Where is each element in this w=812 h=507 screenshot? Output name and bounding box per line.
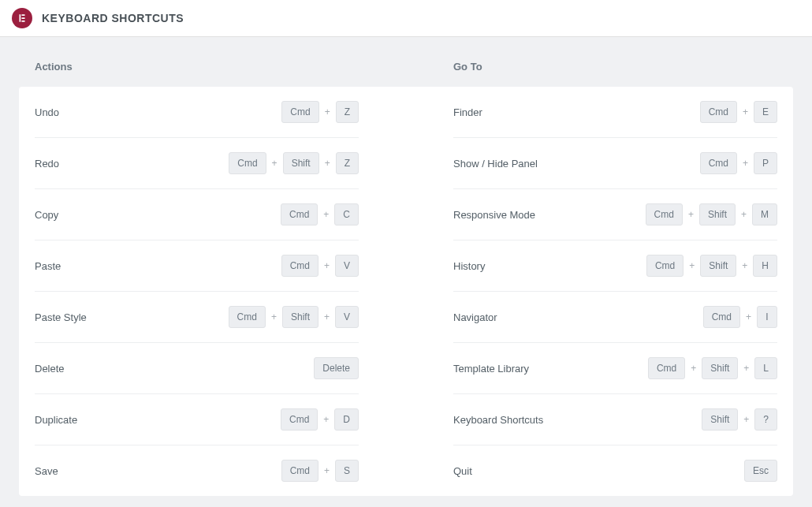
shortcut-row: SaveCmd+S xyxy=(35,445,359,496)
keyboard-key: Cmd xyxy=(281,255,318,277)
shortcut-label: Copy xyxy=(35,209,58,221)
keyboard-key: M xyxy=(752,203,777,226)
shortcut-row: Show / Hide PanelCmd+P xyxy=(453,138,777,189)
shortcut-keys: Cmd+Shift+M xyxy=(646,203,777,226)
key-separator: + xyxy=(324,465,330,476)
shortcut-label: Keyboard Shortcuts xyxy=(453,414,543,426)
shortcut-row: PasteCmd+V xyxy=(35,240,359,292)
shortcut-keys: Cmd+Z xyxy=(281,101,359,123)
key-separator: + xyxy=(688,209,694,220)
keyboard-key: Shift xyxy=(702,408,738,431)
shortcut-label: Template Library xyxy=(453,363,529,375)
keyboard-key: C xyxy=(334,203,359,226)
shortcut-row: Paste StyleCmd+Shift+V xyxy=(35,292,359,343)
keyboard-key: S xyxy=(335,460,359,482)
keyboard-key: Cmd xyxy=(281,408,318,431)
shortcut-keys: Cmd+Shift+Z xyxy=(229,152,359,174)
shortcut-keys: Cmd+V xyxy=(281,255,359,277)
key-separator: + xyxy=(746,311,751,322)
section-title-goto: Go To xyxy=(438,61,793,73)
key-separator: + xyxy=(743,363,749,374)
shortcut-row: NavigatorCmd+I xyxy=(453,292,777,343)
keyboard-key: V xyxy=(335,255,359,277)
key-separator: + xyxy=(272,158,277,169)
shortcut-row: HistoryCmd+Shift+H xyxy=(453,240,777,292)
shortcut-keys: Cmd+S xyxy=(281,460,359,482)
shortcut-label: History xyxy=(453,260,485,272)
shortcut-row: Responsive ModeCmd+Shift+M xyxy=(453,189,777,240)
keyboard-key: Cmd xyxy=(700,101,737,123)
shortcut-keys: Cmd+C xyxy=(281,203,359,226)
shortcut-keys: Cmd+Shift+V xyxy=(229,306,359,328)
keyboard-key: Cmd xyxy=(281,460,318,482)
shortcuts-column-goto: FinderCmd+EShow / Hide PanelCmd+PRespons… xyxy=(438,87,793,496)
keyboard-key: Cmd xyxy=(281,101,318,123)
shortcut-label: Duplicate xyxy=(35,414,77,426)
shortcut-keys: Cmd+P xyxy=(700,152,777,174)
shortcut-keys: Cmd+Shift+L xyxy=(648,357,777,379)
keyboard-key: Cmd xyxy=(646,255,683,277)
shortcut-row: RedoCmd+Shift+Z xyxy=(35,138,359,189)
content-area: Actions Go To UndoCmd+ZRedoCmd+Shift+ZCo… xyxy=(0,37,812,507)
shortcut-label: Quit xyxy=(453,465,472,477)
keyboard-key: Shift xyxy=(699,203,736,226)
shortcut-row: UndoCmd+Z xyxy=(35,87,359,138)
shortcut-label: Navigator xyxy=(453,311,497,323)
key-separator: + xyxy=(271,311,277,322)
keyboard-key: P xyxy=(754,152,777,174)
keyboard-key: Esc xyxy=(744,460,777,482)
key-separator: + xyxy=(742,260,747,271)
keyboard-key: Shift xyxy=(702,357,738,379)
keyboard-key: Cmd xyxy=(281,203,318,226)
shortcut-keys: Delete xyxy=(314,357,359,379)
shortcut-row: Keyboard ShortcutsShift+? xyxy=(453,394,777,445)
section-title-actions: Actions xyxy=(19,61,374,73)
column-goto-header: Go To xyxy=(438,61,793,87)
key-separator: + xyxy=(743,158,748,169)
shortcut-label: Undo xyxy=(35,106,59,118)
key-separator: + xyxy=(689,260,695,271)
shortcut-label: Delete xyxy=(35,363,65,375)
key-separator: + xyxy=(743,414,749,425)
shortcut-label: Paste Style xyxy=(35,311,87,323)
dialog-header: KEYBOARD SHORTCUTS xyxy=(0,0,812,37)
key-separator: + xyxy=(323,209,329,220)
keyboard-key: Shift xyxy=(700,255,736,277)
shortcut-keys: Cmd+E xyxy=(700,101,777,123)
shortcut-label: Redo xyxy=(35,158,59,170)
column-actions-header: Actions xyxy=(19,61,374,87)
keyboard-key: V xyxy=(335,306,359,328)
keyboard-key: Cmd xyxy=(700,152,737,174)
shortcut-label: Responsive Mode xyxy=(453,209,535,221)
key-separator: + xyxy=(691,363,696,374)
shortcut-keys: Cmd+D xyxy=(281,408,359,431)
keyboard-key: Delete xyxy=(314,357,359,379)
shortcut-keys: Cmd+I xyxy=(703,306,777,328)
keyboard-key: Cmd xyxy=(229,306,266,328)
keyboard-key: Shift xyxy=(283,152,319,174)
keyboard-key: Cmd xyxy=(646,203,683,226)
dialog-title: KEYBOARD SHORTCUTS xyxy=(42,12,184,24)
keyboard-key: ? xyxy=(754,408,777,431)
shortcut-keys: Shift+? xyxy=(702,408,777,431)
key-separator: + xyxy=(325,158,330,169)
keyboard-key: E xyxy=(754,101,777,123)
keyboard-key: I xyxy=(757,306,777,328)
key-separator: + xyxy=(741,209,747,220)
shortcut-row: FinderCmd+E xyxy=(453,87,777,138)
key-separator: + xyxy=(324,260,330,271)
shortcut-keys: Esc xyxy=(744,460,777,482)
key-separator: + xyxy=(743,106,748,117)
shortcut-row: DuplicateCmd+D xyxy=(35,394,359,445)
shortcut-row: QuitEsc xyxy=(453,445,777,496)
keyboard-key: Cmd xyxy=(648,357,685,379)
keyboard-key: Shift xyxy=(282,306,318,328)
shortcut-row: DeleteDelete xyxy=(35,343,359,394)
shortcut-label: Finder xyxy=(453,106,482,118)
keyboard-key: L xyxy=(754,357,777,379)
keyboard-key: Cmd xyxy=(229,152,266,174)
shortcut-label: Paste xyxy=(35,260,61,272)
keyboard-key: D xyxy=(334,408,359,431)
key-separator: + xyxy=(324,311,330,322)
shortcut-row: Template LibraryCmd+Shift+L xyxy=(453,343,777,394)
